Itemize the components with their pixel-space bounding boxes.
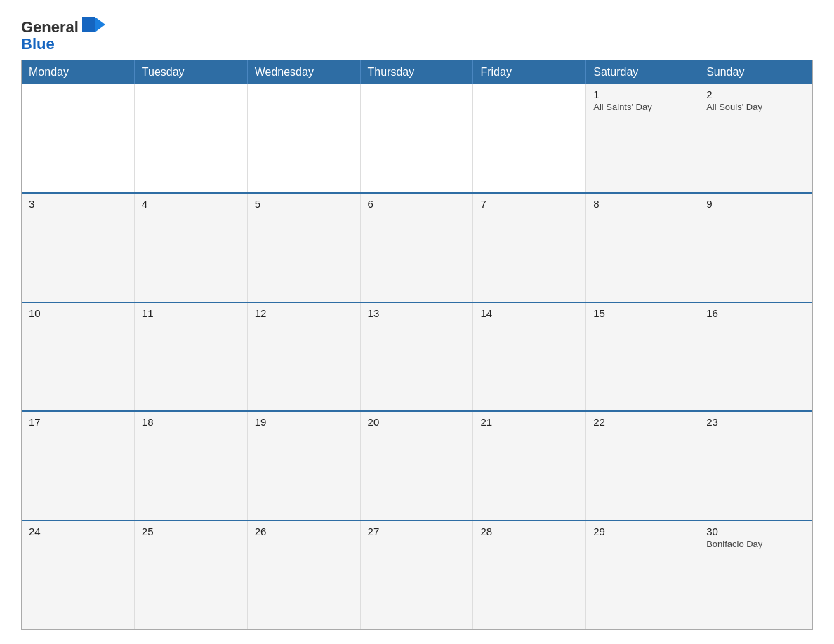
day-number: 24 <box>29 525 127 537</box>
week-row-3: 10111213141516 <box>22 302 812 411</box>
day-cell: 13 <box>361 303 474 411</box>
day-cell: 12 <box>248 303 361 411</box>
day-number: 10 <box>29 307 127 319</box>
day-cell: 18 <box>135 412 248 520</box>
day-number: 8 <box>593 198 691 210</box>
day-cell: 8 <box>586 194 699 302</box>
day-number: 9 <box>706 198 805 210</box>
day-number: 25 <box>142 525 240 537</box>
day-cell: 11 <box>135 303 248 411</box>
day-number: 6 <box>368 198 466 210</box>
day-number: 20 <box>368 416 466 428</box>
day-number: 21 <box>480 416 578 428</box>
day-number: 29 <box>593 525 691 537</box>
day-header-saturday: Saturday <box>586 60 699 84</box>
day-cell: 19 <box>248 412 361 520</box>
day-header-monday: Monday <box>22 60 135 84</box>
svg-marker-2 <box>95 17 105 32</box>
day-header-friday: Friday <box>473 60 586 84</box>
day-number: 14 <box>480 307 578 319</box>
day-number: 1 <box>593 88 691 100</box>
day-number: 11 <box>142 307 240 319</box>
weeks-container: 1All Saints' Day2All Souls' Day345678910… <box>22 84 812 629</box>
day-cell <box>248 84 361 192</box>
day-cell: 10 <box>22 303 135 411</box>
day-number: 26 <box>255 525 353 537</box>
logo: General Blue <box>21 14 105 53</box>
day-number: 13 <box>368 307 466 319</box>
day-cell: 25 <box>135 521 248 629</box>
day-number: 30 <box>706 525 805 537</box>
week-row-4: 17181920212223 <box>22 410 812 520</box>
day-number: 16 <box>706 307 805 319</box>
week-row-2: 3456789 <box>22 192 812 302</box>
svg-marker-1 <box>82 17 95 32</box>
day-number: 2 <box>706 88 805 100</box>
day-number: 4 <box>142 198 240 210</box>
day-header-wednesday: Wednesday <box>248 60 361 84</box>
day-number: 15 <box>593 307 691 319</box>
day-cell <box>361 84 474 192</box>
day-number: 28 <box>480 525 578 537</box>
holiday-label: All Saints' Day <box>593 102 691 112</box>
day-number: 23 <box>706 416 805 428</box>
day-header-sunday: Sunday <box>699 60 812 84</box>
day-number: 18 <box>142 416 240 428</box>
day-cell: 9 <box>699 194 812 302</box>
day-cell <box>473 84 586 192</box>
day-cell <box>22 84 135 192</box>
svg-text:General: General <box>21 18 79 36</box>
day-cell: 22 <box>586 412 699 520</box>
day-cell: 7 <box>473 194 586 302</box>
day-cell: 26 <box>248 521 361 629</box>
day-cell: 3 <box>22 194 135 302</box>
day-cell: 30Bonifacio Day <box>699 521 812 629</box>
day-header-thursday: Thursday <box>361 60 474 84</box>
day-headers-row: MondayTuesdayWednesdayThursdayFridaySatu… <box>22 60 812 84</box>
day-cell: 5 <box>248 194 361 302</box>
day-number: 22 <box>593 416 691 428</box>
day-cell: 4 <box>135 194 248 302</box>
day-number: 17 <box>29 416 127 428</box>
day-cell: 15 <box>586 303 699 411</box>
day-cell: 6 <box>361 194 474 302</box>
day-cell: 20 <box>361 412 474 520</box>
holiday-label: Bonifacio Day <box>706 539 805 549</box>
day-cell: 14 <box>473 303 586 411</box>
day-number: 27 <box>368 525 466 537</box>
calendar: MondayTuesdayWednesdayThursdayFridaySatu… <box>21 60 813 630</box>
day-cell: 2All Souls' Day <box>699 84 812 192</box>
day-number: 5 <box>255 198 353 210</box>
day-cell: 28 <box>473 521 586 629</box>
day-number: 19 <box>255 416 353 428</box>
day-number: 12 <box>255 307 353 319</box>
logo-svg: General Blue <box>21 14 105 53</box>
day-cell: 1All Saints' Day <box>586 84 699 192</box>
day-cell: 23 <box>699 412 812 520</box>
day-number: 3 <box>29 198 127 210</box>
day-cell: 16 <box>699 303 812 411</box>
page: General Blue MondayTuesdayWednesdayThurs… <box>0 0 834 644</box>
svg-text:Blue: Blue <box>21 35 55 53</box>
week-row-5: 24252627282930Bonifacio Day <box>22 520 812 629</box>
day-cell: 17 <box>22 412 135 520</box>
day-cell <box>135 84 248 192</box>
day-cell: 27 <box>361 521 474 629</box>
holiday-label: All Souls' Day <box>706 102 805 112</box>
day-number: 7 <box>480 198 578 210</box>
day-cell: 24 <box>22 521 135 629</box>
day-cell: 21 <box>473 412 586 520</box>
header: General Blue <box>21 14 813 53</box>
day-cell: 29 <box>586 521 699 629</box>
day-header-tuesday: Tuesday <box>135 60 248 84</box>
week-row-1: 1All Saints' Day2All Souls' Day <box>22 84 812 192</box>
